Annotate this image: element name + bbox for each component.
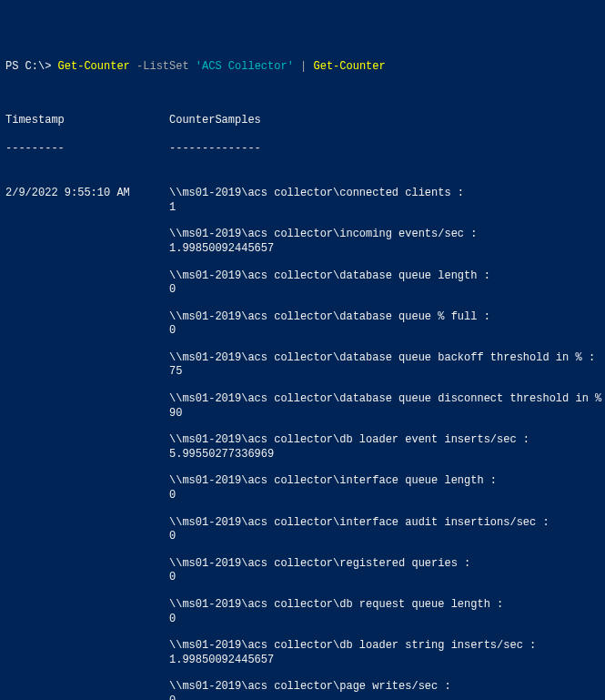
- string-acs-collector: 'ACS Collector': [196, 60, 294, 73]
- timestamp-value: 2/9/2022 9:55:10 AM: [5, 187, 169, 201]
- counter-value: 0: [169, 283, 605, 298]
- counter-entry: \\ms01-2019\acs collector\database queue…: [169, 351, 605, 380]
- counter-path: \\ms01-2019\acs collector\database queue…: [169, 269, 605, 284]
- cmdlet-get-counter-2: Get-Counter: [313, 60, 385, 73]
- counter-path: \\ms01-2019\acs collector\db loader stri…: [169, 639, 605, 654]
- counter-path: \\ms01-2019\acs collector\interface audi…: [169, 516, 605, 531]
- counter-entry: \\ms01-2019\acs collector\connected clie…: [169, 187, 605, 215]
- counter-value: 5.99550277336969: [169, 448, 605, 462]
- cmdlet-get-counter-1: Get-Counter: [58, 60, 130, 73]
- counter-entry: \\ms01-2019\acs collector\database queue…: [169, 392, 605, 421]
- counter-entry: \\ms01-2019\acs collector\interface queu…: [169, 474, 605, 502]
- counter-path: \\ms01-2019\acs collector\db loader even…: [169, 433, 605, 448]
- counter-path: \\ms01-2019\acs collector\connected clie…: [169, 187, 605, 201]
- counter-entry: \\ms01-2019\acs collector\database queue…: [169, 269, 605, 298]
- counter-entry: \\ms01-2019\acs collector\page writes/se…: [169, 680, 605, 700]
- counter-value: 0: [169, 324, 605, 339]
- counter-path: \\ms01-2019\acs collector\interface queu…: [169, 474, 605, 489]
- counter-entry: \\ms01-2019\acs collector\database queue…: [169, 310, 605, 339]
- pipe-operator: |: [294, 60, 314, 73]
- counter-entry: \\ms01-2019\acs collector\incoming event…: [169, 228, 605, 256]
- output-data-row: 2/9/2022 9:55:10 AM \\ms01-2019\acs coll…: [5, 187, 600, 700]
- param-listset: -ListSet: [130, 60, 196, 73]
- counter-entry: \\ms01-2019\acs collector\interface audi…: [169, 516, 605, 544]
- prompt-prefix: PS C:\>: [5, 60, 58, 73]
- counter-entry: \\ms01-2019\acs collector\db loader stri…: [169, 639, 605, 667]
- counter-path: \\ms01-2019\acs collector\db request que…: [169, 598, 605, 613]
- counter-value: 0: [169, 489, 605, 503]
- counter-path: \\ms01-2019\acs collector\database queue…: [169, 310, 605, 325]
- counter-value: 1: [169, 201, 605, 216]
- header-timestamp: Timestamp: [5, 114, 169, 128]
- counter-samples-block: \\ms01-2019\acs collector\connected clie…: [169, 187, 605, 700]
- counter-value: 1.99850092445657: [169, 242, 605, 257]
- separator-countersamples: --------------: [169, 142, 600, 157]
- counter-value: 0: [169, 613, 605, 627]
- counter-path: \\ms01-2019\acs collector\incoming event…: [169, 228, 605, 242]
- counter-path: \\ms01-2019\acs collector\database queue…: [169, 392, 605, 407]
- counter-path: \\ms01-2019\acs collector\registered que…: [169, 557, 605, 572]
- counter-value: 75: [169, 365, 605, 380]
- counter-path: \\ms01-2019\acs collector\database queue…: [169, 351, 605, 366]
- counter-value: 0: [169, 571, 605, 585]
- counter-path: \\ms01-2019\acs collector\page writes/se…: [169, 680, 605, 695]
- counter-value: 1.99850092445657: [169, 654, 605, 668]
- counter-value: 0: [169, 695, 605, 700]
- separator-timestamp: ---------: [5, 142, 169, 157]
- counter-entry: \\ms01-2019\acs collector\db loader even…: [169, 433, 605, 462]
- counter-entry: \\ms01-2019\acs collector\db request que…: [169, 598, 605, 626]
- command-prompt-line[interactable]: PS C:\> Get-Counter -ListSet 'ACS Collec…: [5, 60, 600, 75]
- header-countersamples: CounterSamples: [169, 114, 600, 128]
- counter-value: 0: [169, 530, 605, 544]
- counter-value: 90: [169, 407, 605, 421]
- output-header-row: Timestamp CounterSamples: [5, 114, 600, 128]
- counter-entry: \\ms01-2019\acs collector\registered que…: [169, 557, 605, 585]
- output-header-separators: --------- --------------: [5, 142, 600, 157]
